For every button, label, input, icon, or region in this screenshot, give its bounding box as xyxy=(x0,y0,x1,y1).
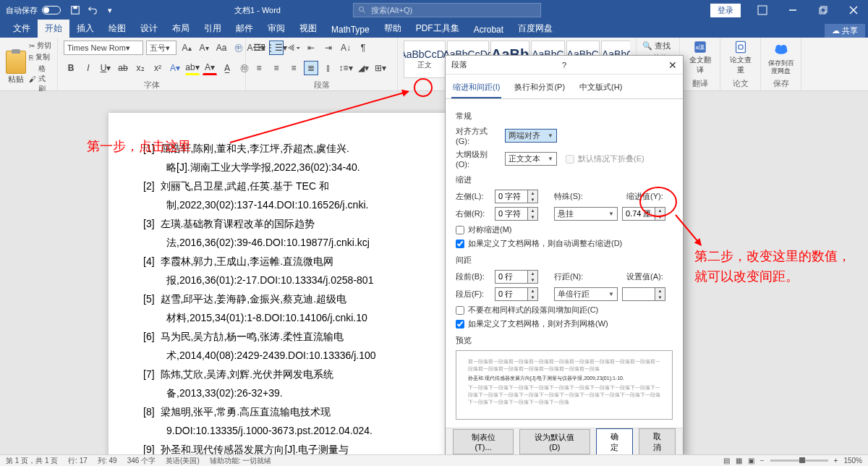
no-space-checkbox[interactable] xyxy=(456,306,464,315)
mirror-checkbox[interactable] xyxy=(456,226,464,234)
status-lang[interactable]: 英语(美国) xyxy=(166,456,200,466)
cut-button[interactable]: ✂ 剪切 xyxy=(29,41,51,51)
search-box[interactable]: 搜索(Alt+Q) xyxy=(353,3,541,17)
increase-font-icon[interactable]: A▴ xyxy=(179,41,194,55)
alignment-select[interactable]: 两端对齐▼ xyxy=(505,129,557,143)
italic-icon[interactable]: I xyxy=(81,61,95,75)
translate-icon[interactable]: a漢 xyxy=(690,41,710,54)
highlight-icon[interactable]: ab▾ xyxy=(185,61,200,75)
phonetic-icon[interactable]: ㊥ xyxy=(231,41,246,55)
tab-acrobat[interactable]: Acrobat xyxy=(467,22,511,38)
align-right-icon[interactable]: ≡ xyxy=(286,61,301,75)
tab-draw[interactable]: 绘图 xyxy=(101,20,133,38)
view-print-icon[interactable]: ▤ xyxy=(723,457,730,465)
tabs-button[interactable]: 制表位(T)... xyxy=(453,429,514,454)
dialog-tab-lines[interactable]: 换行和分页(P) xyxy=(513,79,566,98)
dialog-tab-indent[interactable]: 缩进和间距(I) xyxy=(451,79,501,98)
bold-icon[interactable]: B xyxy=(64,61,78,75)
tab-mathtype[interactable]: MathType xyxy=(324,22,377,38)
default-button[interactable]: 设为默认值(D) xyxy=(519,429,590,454)
left-indent-spinner[interactable]: ▲▼ xyxy=(495,190,538,203)
auto-indent-checkbox[interactable] xyxy=(456,240,464,248)
dialog-close-icon[interactable]: ✕ xyxy=(668,59,677,71)
view-web-icon[interactable]: ▣ xyxy=(748,457,754,465)
right-indent-spinner[interactable]: ▲▼ xyxy=(495,207,538,221)
tab-home[interactable]: 开始 xyxy=(38,20,69,38)
tab-pdf[interactable]: PDF工具集 xyxy=(409,20,467,38)
paste-button[interactable]: 粘贴 xyxy=(6,51,26,85)
tab-baidu[interactable]: 百度网盘 xyxy=(511,20,560,38)
copy-button[interactable]: ⎘ 复制 xyxy=(29,52,51,62)
zoom-slider[interactable] xyxy=(770,459,828,462)
font-color-icon[interactable]: A▾ xyxy=(203,61,217,75)
login-button[interactable]: 登录 xyxy=(710,4,741,17)
dialog-help-icon[interactable]: ? xyxy=(562,61,566,69)
close-icon[interactable] xyxy=(839,0,868,20)
char-border-icon[interactable]: A̲ xyxy=(220,61,234,75)
tab-file[interactable]: 文件 xyxy=(6,20,38,38)
before-spinner[interactable]: ▲▼ xyxy=(495,270,538,284)
superscript-icon[interactable]: x² xyxy=(150,61,165,75)
tab-review[interactable]: 审阅 xyxy=(260,20,292,38)
underline-icon[interactable]: U▾ xyxy=(98,61,113,75)
snap-grid-checkbox[interactable] xyxy=(456,320,464,329)
tab-view[interactable]: 视图 xyxy=(292,20,324,38)
dropdown-icon[interactable]: ▾ xyxy=(103,4,116,17)
tab-insert[interactable]: 插入 xyxy=(69,20,101,38)
shading-icon[interactable]: ◢▾ xyxy=(356,61,370,75)
after-spinner[interactable]: ▲▼ xyxy=(495,287,538,301)
line-spacing-select[interactable]: 单倍行距▼ xyxy=(554,287,618,301)
decrease-indent-icon[interactable]: ⇤ xyxy=(304,41,318,55)
numbering-icon[interactable]: ⋮☰▾ xyxy=(269,41,284,55)
share-button[interactable]: ☁ 共享 xyxy=(825,24,865,38)
set-value-spinner[interactable]: ▲▼ xyxy=(622,287,665,301)
strikethrough-icon[interactable]: ab xyxy=(116,61,130,75)
zoom-out-icon[interactable]: − xyxy=(760,457,765,465)
multilevel-icon[interactable]: ⫷▾ xyxy=(286,41,301,55)
clipboard-group: 粘贴 ✂ 剪切 ⎘ 复制 🖌 格式刷 剪贴板 xyxy=(0,38,58,90)
justify-icon[interactable]: ≣ xyxy=(304,61,318,75)
find-button[interactable]: 🔍查找 xyxy=(642,41,673,51)
restore-icon[interactable] xyxy=(809,0,838,20)
text-effect-icon[interactable]: A▾ xyxy=(168,61,182,75)
status-access[interactable]: 辅助功能: 一切就绪 xyxy=(210,456,272,466)
show-marks-icon[interactable]: ¶ xyxy=(356,41,370,55)
style-item[interactable]: AaBbCcDd正文 xyxy=(404,41,446,78)
tab-help[interactable]: 帮助 xyxy=(377,20,409,38)
increase-indent-icon[interactable]: ⇥ xyxy=(321,41,336,55)
undo-icon[interactable] xyxy=(86,4,99,17)
tab-design[interactable]: 设计 xyxy=(133,20,165,38)
decrease-font-icon[interactable]: A▾ xyxy=(197,41,211,55)
ribbon-mode-icon[interactable] xyxy=(748,0,777,20)
dialog-tab-cjk[interactable]: 中文版式(H) xyxy=(578,79,624,98)
font-size-select[interactable]: 五号 ▾ xyxy=(146,41,176,55)
format-painter-button[interactable]: 🖌 格式刷 xyxy=(29,64,51,94)
zoom-level[interactable]: 150% xyxy=(843,457,862,465)
status-page[interactable]: 第 1 页，共 1 页 xyxy=(6,456,58,466)
distribute-icon[interactable]: ⫿ xyxy=(321,61,336,75)
cancel-button[interactable]: 取消 xyxy=(639,428,676,456)
view-read-icon[interactable]: ▦ xyxy=(736,457,742,465)
borders-icon[interactable]: ⊞▾ xyxy=(373,61,388,75)
save-icon[interactable] xyxy=(69,4,82,17)
cloud-save-icon[interactable] xyxy=(771,41,791,58)
status-words[interactable]: 346 个字 xyxy=(127,456,156,466)
sort-icon[interactable]: A↓ xyxy=(339,41,353,55)
align-center-icon[interactable]: ≡ xyxy=(269,61,284,75)
tab-references[interactable]: 引用 xyxy=(197,20,229,38)
outline-select[interactable]: 正文文本▼ xyxy=(505,152,557,166)
font-name-select[interactable]: Times New Rom ▾ xyxy=(64,41,143,55)
align-left-icon[interactable]: ≡ xyxy=(252,61,266,75)
auto-save-toggle[interactable]: 自动保存 xyxy=(0,5,67,16)
special-select[interactable]: 悬挂▼ xyxy=(554,207,618,221)
minimize-icon[interactable] xyxy=(778,0,807,20)
ok-button[interactable]: 确定 xyxy=(596,428,633,456)
bullets-icon[interactable]: ☰▾ xyxy=(252,41,266,55)
tab-layout[interactable]: 布局 xyxy=(165,20,197,38)
duplicate-check-icon[interactable] xyxy=(731,41,751,54)
subscript-icon[interactable]: x₂ xyxy=(133,61,148,75)
zoom-in-icon[interactable]: + xyxy=(834,457,838,465)
change-case-icon[interactable]: Aa xyxy=(214,41,229,55)
line-spacing-icon[interactable]: ↕≡▾ xyxy=(339,61,353,75)
tab-mailings[interactable]: 邮件 xyxy=(229,20,260,38)
